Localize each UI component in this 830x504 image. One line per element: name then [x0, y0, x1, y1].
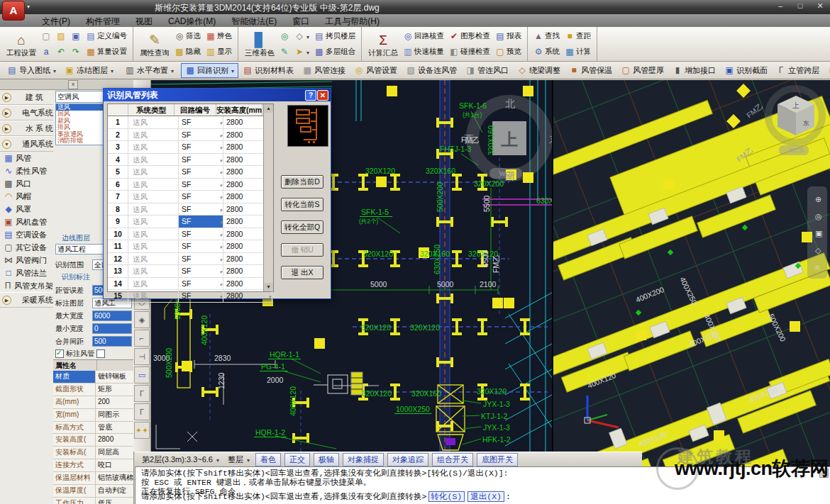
grip-square[interactable] [314, 338, 325, 349]
panel-close-icon[interactable]: x [68, 80, 78, 89]
chevron-down-icon[interactable] [219, 215, 223, 228]
loop-code-cell[interactable]: SF [179, 203, 223, 215]
tree-duct[interactable]: ▦ 风管 [0, 152, 53, 164]
grip-square[interactable] [802, 232, 812, 242]
tree-water[interactable]: ▶ 水 系 统 [0, 121, 53, 136]
loop-code-cell[interactable]: SF [179, 240, 223, 252]
duct-table-row[interactable]: 7 送风 SF 2800 [108, 191, 273, 203]
shade-3d-button[interactable]: ▊三维着色 [242, 32, 277, 57]
menu-item[interactable]: 构件管理 [78, 14, 128, 27]
copy-floor-button[interactable]: ▤拷贝楼层 [312, 29, 358, 43]
quantity-settings-button[interactable]: ▦算量设置 [84, 45, 129, 59]
duct-elbow2-tool[interactable]: Γ [134, 403, 150, 420]
duct-table-row[interactable]: 14 送风 SF 2800 [108, 278, 273, 291]
system-button[interactable]: ⚙系统 [531, 45, 562, 59]
grip-square[interactable] [636, 330, 646, 340]
tree-duct-flange[interactable]: □ 风管法兰 [0, 267, 53, 279]
loop-code-cell[interactable]: SF [179, 290, 223, 302]
minimize-button[interactable]: – [774, 1, 787, 11]
annotate-duct-checkbox[interactable] [55, 349, 64, 358]
quick-check-button[interactable]: ▥快速核量 [401, 45, 446, 59]
duct-insulation-button[interactable]: ■ 风管保温 [565, 63, 616, 78]
status-toggle[interactable]: 着色 [255, 453, 281, 466]
define-number-button[interactable]: ▤定义编号 [84, 29, 129, 43]
工作压力[interactable]: 工作压力 低压 [53, 498, 133, 504]
chevron-down-icon[interactable] [268, 290, 272, 302]
status-toggle[interactable]: 正交 [284, 453, 310, 466]
field-input[interactable]: 6000 [92, 310, 132, 321]
find-button[interactable]: ▲查找 [531, 29, 562, 43]
riser-cross-floor-button[interactable]: Γ 立管跨层 [772, 63, 824, 78]
redo-button[interactable]: ↷ [69, 45, 83, 59]
tree-electrical[interactable]: ▶ 电气系统 [0, 105, 53, 121]
chevron-down-icon[interactable] [219, 154, 223, 166]
delete-current-button[interactable]: 删除当前D [281, 175, 323, 189]
expand-arrow-icon[interactable]: ▶ [2, 108, 11, 118]
expand-arrow-icon[interactable]: ▶ [2, 296, 11, 305]
chevron-down-icon[interactable] [219, 253, 223, 265]
filter-button[interactable]: ◎筛选 [172, 29, 203, 43]
preview-button[interactable]: ▢预览 [493, 45, 524, 59]
system-type-cell[interactable]: 送风 [128, 290, 179, 302]
recognize-section-button[interactable]: ▣ 识别截面 [720, 63, 772, 78]
duct-connect-button[interactable]: ▦ 风管连接 [298, 63, 350, 78]
graphic-check-button[interactable]: ✔图形检查 [447, 29, 492, 43]
grip-square[interactable] [714, 430, 724, 441]
system-type-cell[interactable]: 送风 [128, 129, 179, 141]
dialog-help-button[interactable]: ? [305, 90, 316, 101]
color-identify-button[interactable]: ▦辨色 [204, 29, 234, 43]
menu-item[interactable]: 视图 [128, 14, 160, 27]
chevron-down-icon[interactable] [219, 290, 223, 302]
高(mm)[interactable]: 高(mm) 200 [53, 396, 133, 409]
prompt-option-button[interactable]: 转化(S) [428, 491, 465, 502]
duct-table-row[interactable]: 3 送风 SF 2800 [108, 141, 273, 154]
截面形状[interactable]: 截面形状 矩形 [53, 383, 133, 396]
duct-wall-thickness-button[interactable]: ▢ 风管壁厚 [616, 63, 668, 78]
beam-bypass-adjust-button[interactable]: ◇ 绕梁调整 [513, 63, 565, 78]
annotate-button[interactable]: a [39, 45, 53, 59]
duct-table-row[interactable]: 2 送风 SF 2800 [108, 129, 273, 142]
tree-duct-support[interactable]: Π 风管支吊架 [0, 279, 53, 292]
prompt-option-button[interactable]: 退出(X) [467, 491, 504, 502]
chevron-down-icon[interactable] [219, 240, 223, 252]
status-toggle[interactable]: 对象追踪 [387, 453, 428, 466]
tree-ventilation[interactable]: ▼ 通风系统 [0, 136, 53, 152]
edge-layer-input[interactable]: 通风工程 [55, 244, 106, 254]
calculate-button[interactable]: ▦计算 [563, 45, 593, 59]
loop-code-cell[interactable]: SF [179, 265, 223, 277]
安装标高([interactable]: 安装标高( 同层高 [53, 447, 133, 459]
duct-table-row[interactable]: 11 送风 SF 2800 [108, 240, 273, 253]
device-connect-duct-button[interactable]: ▧ 设备连风管 [402, 63, 461, 78]
dialog-title-bar[interactable]: 识别风管列表 ? ✕ [104, 89, 331, 101]
open-file-button[interactable]: ▨ [54, 29, 68, 43]
loop-code-cell[interactable]: SF [179, 228, 223, 240]
exit-button[interactable]: 退 出X [281, 266, 323, 279]
tree-air-hood[interactable]: ◆ 风罩 [0, 203, 53, 215]
保温层材料[interactable]: 保温层材料 铝箔玻璃棉 [53, 472, 133, 485]
grip-square[interactable] [182, 361, 192, 371]
duct-table-row[interactable]: 9 送风 SF 2800 [108, 215, 273, 228]
system-type-cell[interactable]: 送风 [128, 116, 179, 128]
freeze-layer-button[interactable]: ▣ 冻结图层 [60, 63, 118, 78]
close-button[interactable]: ✕ [814, 1, 826, 11]
system-type-cell[interactable]: 送风 [128, 278, 179, 290]
system-type-cell[interactable]: 送风 [128, 215, 179, 228]
duct-table-row[interactable]: 13 送风 SF 2800 [108, 265, 273, 278]
tree-air-cap[interactable]: ◠ 风帽 [0, 190, 53, 203]
project-settings-button[interactable]: ⌂工程设置 [4, 32, 39, 57]
duct-table-row[interactable]: 12 送风 SF 2800 [108, 253, 273, 266]
duct-table-row[interactable]: 1 送风 SF 2800 [108, 116, 273, 129]
chevron-down-icon[interactable] [219, 129, 223, 141]
loop-code-cell[interactable]: SF [179, 116, 223, 128]
loop-code-cell[interactable]: SF [179, 191, 223, 203]
recognize-material-table-button[interactable]: ▤ 识别材料表 [238, 63, 298, 78]
quick-access-chevron-icon[interactable]: ▾ [27, 4, 30, 10]
view-cube-button[interactable]: ◇ [292, 29, 311, 43]
tree-air-outlet[interactable]: ▩ 风口 [0, 177, 53, 190]
材质[interactable]: 材质 镀锌钢板 [53, 371, 133, 383]
show-button[interactable]: ▥显示 [204, 45, 234, 59]
安装高度([interactable]: 安装高度( 2800 [53, 434, 133, 447]
table-scrollbar[interactable] [263, 104, 273, 291]
tree-fan-coil[interactable]: ▣ 风机盘管 [0, 215, 53, 228]
command-prompt[interactable]: 请添加实体(按下shift移出实体)<回车退出查看,选择集没有变化则直接转换>转… [141, 492, 511, 502]
